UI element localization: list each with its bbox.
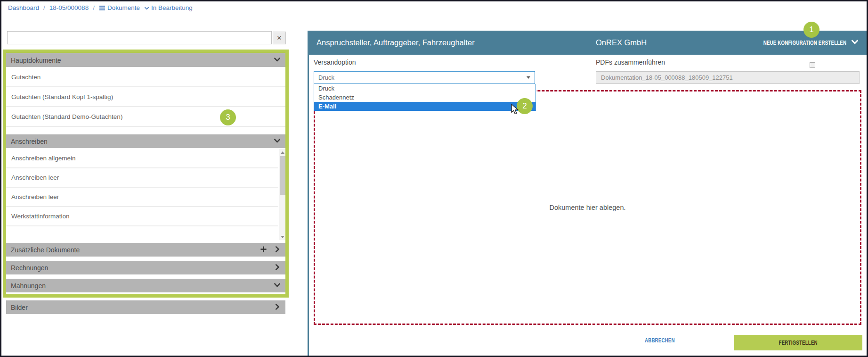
configuration-dialog: Anspruchsteller, Auftraggeber, Fahrzeugh…: [308, 31, 868, 356]
breadcrumb-separator: /: [43, 4, 45, 11]
breadcrumb: Dashboard / 18-05/000088 / Dokumente In …: [8, 4, 193, 11]
section-header-anschreiben[interactable]: Anschreiben: [6, 134, 285, 148]
finish-button[interactable]: FERTIGSTELLEN: [734, 335, 862, 350]
chevron-down-icon: [274, 56, 281, 65]
document-item-partial[interactable]: [6, 226, 278, 240]
option-druck[interactable]: Druck: [314, 84, 535, 93]
cancel-button[interactable]: ABBRECHEN: [634, 337, 686, 344]
chevron-right-icon: [274, 246, 281, 254]
scrollbar[interactable]: [279, 149, 285, 240]
scroll-down-button[interactable]: [279, 233, 285, 240]
dropzone-hint: Dokumente hier ablegen.: [549, 204, 625, 211]
document-item[interactable]: Anschreiben leer: [6, 188, 278, 207]
option-schadennetz[interactable]: Schadennetz: [314, 93, 535, 102]
annotation-badge-1: 1: [803, 22, 819, 38]
document-item[interactable]: Anschreiben leer: [6, 168, 278, 188]
pdfs-merge-checkbox[interactable]: [810, 62, 815, 68]
chevron-down-icon: [274, 282, 281, 290]
search-input[interactable]: [7, 31, 272, 44]
clear-search-button[interactable]: ✕: [273, 32, 286, 44]
company-name: OnREX GmbH: [596, 31, 647, 55]
chevron-down-icon: [851, 39, 859, 47]
annotation-badge-3: 3: [220, 109, 236, 125]
hamburger-icon: [99, 5, 105, 11]
section-header-rechnungen[interactable]: Rechnungen: [6, 261, 285, 274]
document-item[interactable]: Anschreiben allgemein: [6, 149, 278, 168]
section-header-zusaetzliche-dokumente[interactable]: Zusätzliche Dokumente: [6, 243, 285, 257]
scrollbar-thumb[interactable]: [280, 156, 285, 195]
dialog-title: Anspruchsteller, Auftraggeber, Fahrzeugh…: [316, 31, 475, 55]
document-dropzone[interactable]: Dokumente hier ablegen.: [314, 90, 861, 325]
breadcrumb-separator: /: [93, 4, 95, 11]
dropdown-arrow-icon: [527, 76, 530, 79]
annotation-badge-2: 2: [517, 98, 533, 114]
new-configuration-button[interactable]: NEUE KONFIGURATION ERSTELLEN: [740, 31, 859, 55]
option-email[interactable]: E-Mail: [314, 102, 535, 111]
anschreiben-list: Anschreiben allgemein Anschreiben leer A…: [6, 149, 285, 240]
triangle-down-icon: [281, 236, 284, 238]
chevron-right-icon: [274, 264, 281, 272]
breadcrumb-case-number[interactable]: 18-05/000088: [49, 4, 89, 11]
chevron-down-icon: [144, 6, 149, 11]
dialog-header: Anspruchsteller, Auftraggeber, Fahrzeugh…: [309, 31, 867, 55]
versandoption-select[interactable]: Druck: [314, 71, 535, 84]
section-header-bilder[interactable]: Bilder: [6, 300, 285, 314]
close-icon: ✕: [277, 34, 282, 42]
versandoption-dropdown: Druck Schadennetz E-Mail: [314, 84, 536, 111]
section-header-mahnungen[interactable]: Mahnungen: [6, 279, 285, 292]
section-header-hauptdokumente[interactable]: Hauptdokumente: [6, 53, 285, 67]
document-item[interactable]: Gutachten: [6, 68, 285, 87]
breadcrumb-dashboard[interactable]: Dashboard: [8, 4, 39, 11]
plus-icon[interactable]: [260, 246, 267, 254]
versandoption-label: Versandoption: [314, 58, 356, 66]
document-item[interactable]: Gutachten (Standard Demo-Gutachten): [6, 108, 285, 127]
pdfs-merge-label: PDFs zusammenführen: [596, 58, 665, 66]
scroll-up-button[interactable]: [279, 149, 285, 156]
chevron-down-icon: [274, 137, 281, 146]
triangle-up-icon: [281, 151, 284, 154]
document-item[interactable]: Werkstattinformation: [6, 207, 278, 226]
chevron-right-icon: [274, 303, 281, 312]
app-window: Dashboard / 18-05/000088 / Dokumente In …: [0, 0, 868, 357]
breadcrumb-status[interactable]: In Bearbeitung: [144, 4, 193, 11]
breadcrumb-documents[interactable]: Dokumente: [99, 4, 140, 11]
filename-input[interactable]: [596, 71, 860, 84]
document-item[interactable]: Gutachten (Standard Kopf 1-spaltig): [6, 88, 285, 107]
